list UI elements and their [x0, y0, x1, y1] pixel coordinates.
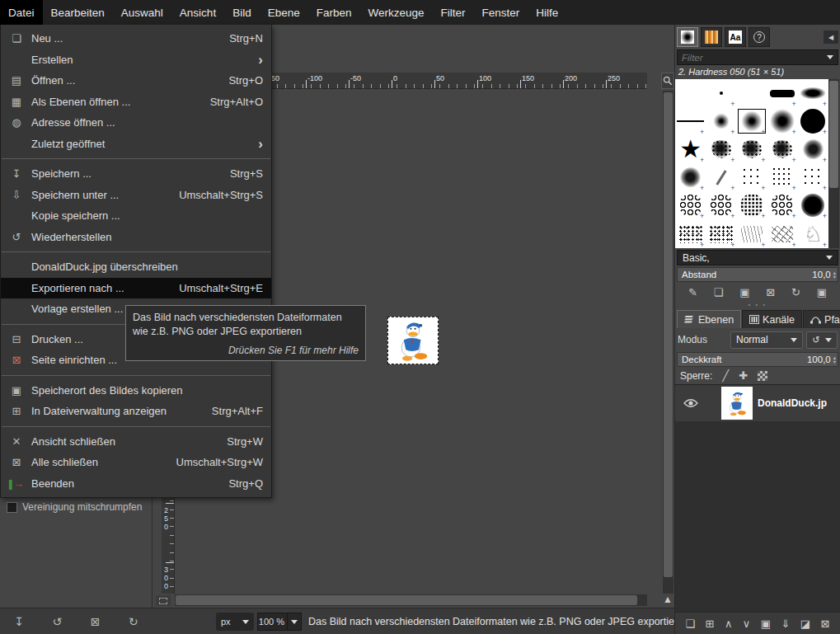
brush-thumb[interactable]	[675, 107, 706, 135]
menubar-item-fenster[interactable]: Fenster	[474, 0, 528, 25]
opacity-slider[interactable]: Deckkraft 100,0 ▴▾	[677, 352, 838, 367]
brush-group-select[interactable]: Basic,	[677, 250, 838, 265]
new-brush-button[interactable]: ❏	[714, 286, 724, 298]
menu-item[interactable]: ❏Neu ...Strg+N	[1, 28, 271, 49]
brush-thumb[interactable]	[675, 135, 706, 163]
tab-brushes[interactable]	[677, 27, 698, 47]
brush-thumb[interactable]	[736, 219, 767, 247]
menubar-item-auswahl[interactable]: Auswahl	[113, 0, 171, 25]
menu-item[interactable]: ✕Ansicht schließenStrg+W	[1, 431, 271, 453]
duplicate-brush-button[interactable]: ▣	[739, 286, 749, 298]
scrollbar-thumb[interactable]	[829, 81, 838, 188]
brush-thumb[interactable]	[736, 107, 767, 135]
tab-paths[interactable]: Pfade	[803, 310, 840, 328]
tab-patterns[interactable]	[701, 27, 722, 47]
brush-thumb[interactable]	[706, 163, 736, 191]
menu-item[interactable]: ▤Öffnen ...Strg+O	[1, 70, 271, 92]
new-group-button[interactable]: ⊞	[706, 618, 715, 630]
brush-thumb[interactable]	[736, 79, 767, 107]
refresh-brushes-button[interactable]: ↻	[791, 286, 800, 298]
menubar-item-bearbeiten[interactable]: Bearbeiten	[43, 0, 113, 25]
brush-scrollbar[interactable]	[828, 79, 839, 248]
menubar-item-ansicht[interactable]: Ansicht	[171, 0, 224, 25]
zoom-input[interactable]: 100 %	[257, 613, 288, 631]
delete-options-button[interactable]: ⊠	[91, 615, 101, 628]
brush-thumb[interactable]	[706, 135, 736, 163]
menubar-item-farben[interactable]: Farben	[308, 0, 360, 25]
brush-thumb[interactable]	[767, 219, 798, 247]
brush-thumb[interactable]	[675, 79, 706, 107]
menu-item[interactable]: Kopie speichern ...	[1, 205, 271, 227]
brush-thumb[interactable]	[798, 107, 828, 135]
brush-thumb[interactable]	[736, 135, 767, 163]
unit-select[interactable]: px	[216, 613, 254, 631]
menu-item[interactable]: Zuletzt geöffnet›	[1, 134, 271, 155]
menubar-item-bild[interactable]: Bild	[224, 0, 260, 25]
menu-item[interactable]: ⇩Speichern unter ...Umschalt+Strg+S	[1, 185, 271, 206]
brush-thumb[interactable]	[798, 219, 828, 247]
menu-item[interactable]: Erstellen›	[1, 49, 271, 71]
lock-alpha-button[interactable]	[758, 371, 767, 381]
quick-mask-toggle[interactable]	[156, 595, 171, 606]
lock-position-button[interactable]: ✚	[739, 369, 748, 382]
brush-thumb[interactable]	[767, 79, 798, 107]
new-layer-button[interactable]: ❏	[685, 618, 695, 630]
brush-filter[interactable]	[677, 49, 838, 65]
merge-layer-button[interactable]: ⇓	[781, 618, 791, 630]
brush-thumb[interactable]	[706, 107, 736, 135]
layer-row[interactable]: DonaldDuck.jp	[675, 385, 840, 421]
brush-thumb[interactable]	[798, 163, 828, 191]
brush-thumb[interactable]	[767, 163, 798, 191]
filter-input[interactable]	[682, 53, 827, 63]
menubar-item-datei[interactable]: Datei	[0, 0, 43, 25]
menu-item[interactable]: ⊠Alle schließenUmschalt+Strg+W	[1, 452, 271, 473]
brush-thumb[interactable]	[675, 163, 706, 191]
panel-grip[interactable]: • • •	[675, 303, 840, 308]
navigation-button[interactable]: ▲	[661, 594, 674, 606]
brush-thumb[interactable]	[675, 191, 706, 219]
open-brush-as-image-button[interactable]: ▣	[817, 286, 827, 298]
menubar-item-werkzeuge[interactable]: Werkzeuge	[359, 0, 432, 25]
duplicate-layer-button[interactable]: ▣	[761, 618, 771, 630]
scrollbar-thumb[interactable]	[176, 595, 637, 605]
zoom-follow-window-button[interactable]	[661, 73, 674, 89]
brush-thumb[interactable]	[706, 219, 736, 247]
brush-thumb[interactable]	[798, 135, 828, 163]
image-donaldduck[interactable]	[387, 317, 439, 364]
menu-item[interactable]: ▣Speicherort des Bildes kopieren	[1, 380, 271, 402]
edit-brush-button[interactable]: ✎	[688, 286, 697, 298]
restore-options-button[interactable]: ↺	[53, 615, 63, 628]
mode-select[interactable]: Normal	[730, 331, 803, 349]
menu-item[interactable]: Exportieren nach ...Umschalt+Strg+E	[1, 278, 271, 299]
raise-layer-button[interactable]: ∧	[725, 618, 733, 630]
zoom-dropdown-button[interactable]	[288, 613, 302, 631]
panel-collapse-button[interactable]: ◀	[824, 31, 838, 44]
brush-thumb[interactable]	[736, 191, 767, 219]
tab-channels[interactable]: Kanäle	[742, 310, 802, 328]
tab-fonts[interactable]: Aa	[725, 27, 746, 47]
brush-thumb[interactable]	[767, 191, 798, 219]
menubar-item-filter[interactable]: Filter	[433, 0, 474, 25]
tab-layers[interactable]: Ebenen	[677, 310, 741, 328]
menubar-item-ebene[interactable]: Ebene	[260, 0, 308, 25]
menu-item[interactable]: ▦Als Ebenen öffnen ...Strg+Alt+O	[1, 92, 271, 113]
horizontal-scrollbar[interactable]	[175, 594, 647, 606]
scrollbar-thumb[interactable]	[664, 92, 673, 577]
menu-item[interactable]: ↧Speichern ...Strg+S	[1, 163, 271, 185]
visibility-toggle[interactable]	[675, 398, 706, 408]
brush-thumb[interactable]	[767, 135, 798, 163]
menu-item[interactable]: DonaldDuck.jpg überschreiben	[1, 256, 271, 278]
checkbox[interactable]	[7, 502, 17, 513]
brush-thumb[interactable]	[736, 163, 767, 191]
brush-thumb[interactable]	[706, 191, 736, 219]
brush-thumb[interactable]	[706, 79, 736, 107]
shrink-merged-checkbox-row[interactable]: Vereinigung mitschrumpfen	[7, 501, 153, 513]
brush-thumb[interactable]	[798, 191, 828, 219]
spinner[interactable]: ▴▾	[833, 355, 836, 364]
menu-item[interactable]: →BeendenStrg+Q	[1, 473, 271, 495]
mode-switch-button[interactable]: ↺	[806, 331, 838, 349]
lower-layer-button[interactable]: ∨	[743, 618, 751, 630]
tab-help[interactable]: ?	[748, 27, 770, 47]
lock-pixels-button[interactable]: ╱	[722, 369, 729, 382]
menu-item[interactable]: ↺Wiederherstellen	[1, 227, 271, 248]
